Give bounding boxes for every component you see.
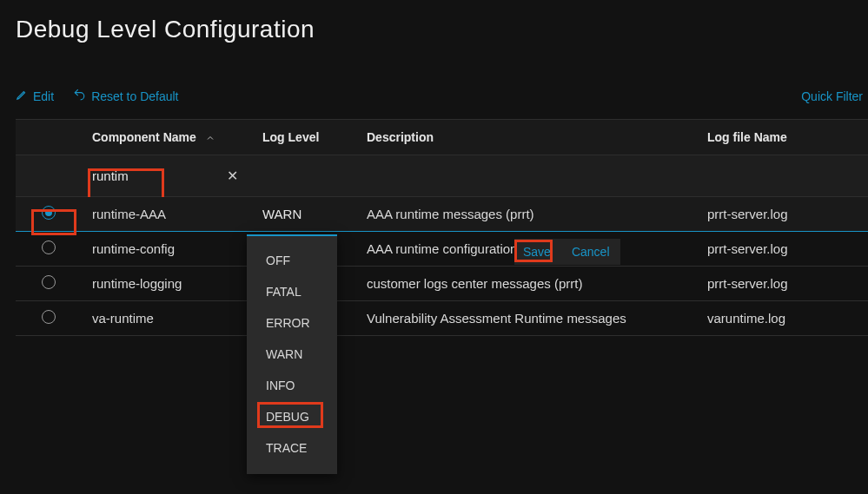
row-select-radio[interactable] [42,310,56,324]
description-cell: AAA runtime messages (prrt) [367,207,707,221]
column-header-description[interactable]: Description [367,130,707,144]
table-body: runtime-AAAWARNAAA runtime messages (prr… [16,197,868,336]
edit-button[interactable]: Edit [16,89,54,103]
pencil-icon [16,89,28,103]
log-file-name-cell: prrt-server.log [707,241,868,256]
log-level-option[interactable]: OFF [247,245,337,276]
table-filter-row: ✕ [16,155,868,197]
log-level-option[interactable]: WARN [247,339,337,370]
highlight-box [257,402,323,428]
row-select-radio[interactable] [42,206,56,220]
sort-ascending-icon [205,132,215,142]
table-row[interactable]: runtime-AAAWARNAAA runtime messages (prr… [16,197,868,232]
component-name-cell: runtime-config [92,241,262,256]
table-row[interactable]: runtime-configAAA runtime configurationp… [16,232,868,267]
log-level-cell[interactable]: WARN [262,207,367,221]
save-button[interactable]: Save [514,240,560,264]
log-level-option[interactable]: ERROR [247,307,337,339]
clear-filter-icon[interactable]: ✕ [227,168,238,184]
table-row[interactable]: va-runtimeVulnerability Assessment Runti… [16,301,868,336]
log-level-option[interactable]: FATAL [247,276,337,307]
row-select-radio[interactable] [42,240,56,254]
column-header-log-level[interactable]: Log Level [262,130,367,144]
debug-level-table: Component Name Log Level Description Log… [16,119,868,336]
component-name-cell: va-runtime [92,311,262,326]
column-header-log-file-name[interactable]: Log file Name [707,130,868,144]
cancel-button[interactable]: Cancel [572,245,610,259]
description-cell: Vulnerability Assessment Runtime message… [367,311,707,326]
quick-filter-button[interactable]: Quick Filter [801,89,868,103]
description-cell: customer logs center messages (prrt) [367,276,707,291]
reset-label: Reset to Default [91,89,178,103]
component-name-cell: runtime-AAA [92,207,262,221]
table-header-row: Component Name Log Level Description Log… [16,119,868,155]
toolbar: Edit Reset to Default Quick Filter [16,89,868,103]
edit-label: Edit [33,89,54,103]
row-edit-actions: Save Cancel [514,239,620,265]
log-file-name-cell: prrt-server.log [707,276,868,291]
table-row[interactable]: runtime-loggingcustomer logs center mess… [16,267,868,301]
column-header-component-name[interactable]: Component Name [92,130,262,144]
reset-to-default-button[interactable]: Reset to Default [73,89,178,103]
log-file-name-cell: varuntime.log [707,311,868,326]
log-level-option[interactable]: INFO [247,370,337,401]
component-name-filter-input[interactable] [92,167,153,185]
undo-icon [73,89,86,103]
row-select-radio[interactable] [42,275,56,289]
log-level-option[interactable]: TRACE [247,432,337,464]
page-title: Debug Level Configuration [16,16,868,43]
log-level-dropdown[interactable]: OFFFATALERRORWARNINFODEBUGTRACE [247,234,337,474]
log-level-option[interactable]: DEBUG [247,401,337,432]
log-file-name-cell: prrt-server.log [707,207,868,221]
component-name-cell: runtime-logging [92,276,262,291]
